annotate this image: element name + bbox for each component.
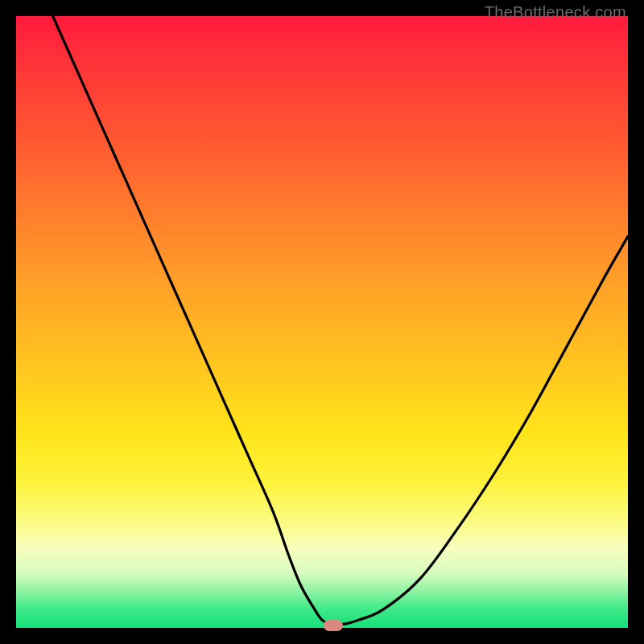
chart-stage: TheBottleneck.com [0, 0, 644, 644]
plot-area [16, 16, 628, 628]
bottleneck-curve [53, 16, 628, 625]
curve-svg [16, 16, 628, 628]
watermark-text: TheBottleneck.com [485, 3, 626, 22]
optimal-marker [324, 620, 343, 631]
